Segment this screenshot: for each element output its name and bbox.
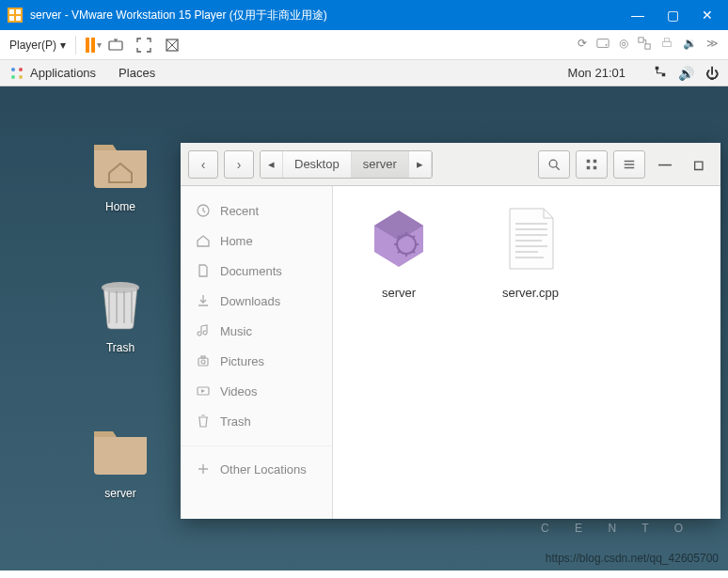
path-segment-current[interactable]: server (352, 151, 409, 178)
svg-point-24 (201, 360, 205, 364)
applications-menu[interactable]: Applications (30, 66, 96, 80)
svg-rect-23 (198, 358, 208, 366)
sidebar-label: Recent (220, 204, 259, 218)
sidebar-item-videos[interactable]: Videos (181, 376, 332, 406)
url-watermark: https://blog.csdn.net/qq_42605700 (546, 552, 719, 565)
disconnect-icon[interactable]: ⟳ (578, 37, 587, 53)
svg-rect-1 (109, 41, 122, 50)
file-server-cpp[interactable]: server.cpp (483, 205, 578, 300)
desktop-home-icon[interactable]: Home (83, 133, 158, 213)
sidebar-item-pictures[interactable]: Pictures (181, 346, 332, 376)
file-manager-window: ‹ › ◂ Desktop server ▸ — ◻ Recent Home D… (181, 143, 720, 519)
svg-rect-5 (639, 38, 643, 42)
file-server-executable[interactable]: server (352, 205, 446, 300)
sidebar-label: Videos (220, 384, 258, 398)
path-back-chevron[interactable]: ◂ (261, 151, 283, 178)
sidebar-label: Downloads (220, 294, 280, 308)
clock[interactable]: Mon 21:01 (568, 66, 625, 80)
separator (75, 36, 76, 55)
chevron-down-icon[interactable]: ▾ (97, 39, 102, 50)
svg-rect-3 (597, 39, 609, 48)
tools-icon[interactable]: ≫ (706, 37, 719, 53)
forward-button[interactable]: › (224, 150, 254, 179)
close-button[interactable]: ✕ (702, 8, 713, 23)
desktop-server-icon[interactable]: server (83, 420, 158, 500)
svg-rect-7 (663, 41, 672, 46)
file-label: server (352, 286, 446, 300)
sidebar-label: Documents (220, 264, 282, 278)
player-menu[interactable]: Player(P) ▾ (9, 39, 66, 52)
svg-rect-6 (645, 44, 650, 49)
printer-icon[interactable] (660, 37, 673, 53)
sidebar-label: Other Locations (220, 462, 307, 476)
network-icon[interactable] (638, 37, 651, 53)
desktop[interactable]: Home Trash server ‹ › ◂ Desktop server ▸… (0, 86, 728, 570)
minimize-button[interactable]: — (631, 8, 644, 23)
sidebar-item-documents[interactable]: Documents (181, 256, 332, 286)
desktop-trash-icon[interactable]: Trash (83, 274, 158, 354)
fullscreen-icon[interactable] (135, 37, 152, 54)
cd-icon[interactable]: ◎ (619, 37, 628, 53)
path-segment-desktop[interactable]: Desktop (283, 151, 352, 178)
sidebar-item-other-locations[interactable]: Other Locations (181, 445, 332, 484)
file-manager-sidebar: Recent Home Documents Downloads Music Pi… (181, 186, 333, 519)
svg-point-9 (11, 68, 15, 71)
path-forward-chevron[interactable]: ▸ (409, 151, 432, 178)
chevron-down-icon: ▾ (60, 39, 66, 52)
sidebar-item-music[interactable]: Music (181, 316, 332, 346)
svg-point-11 (11, 75, 15, 79)
gnome-taskbar: Applications Places Mon 21:01 🔊 ⏻ (0, 60, 728, 86)
fm-maximize-button[interactable]: ◻ (685, 150, 713, 179)
fm-minimize-button[interactable]: — (651, 150, 679, 179)
hard-disk-icon[interactable] (596, 37, 609, 53)
back-button[interactable]: ‹ (188, 150, 218, 179)
unity-icon[interactable] (164, 37, 181, 54)
window-title: server - VMware Workstation 15 Player (仅… (30, 8, 631, 23)
file-label: server.cpp (483, 286, 578, 300)
svg-rect-13 (656, 67, 659, 70)
path-bar: ◂ Desktop server ▸ (260, 150, 433, 179)
sidebar-item-recent[interactable]: Recent (181, 195, 332, 226)
send-ctrl-alt-del-icon[interactable] (107, 37, 124, 54)
desktop-icon-label: server (83, 487, 158, 500)
sidebar-item-trash[interactable]: Trash (181, 406, 332, 436)
volume-icon[interactable]: 🔊 (678, 66, 694, 81)
svg-rect-19 (593, 159, 597, 163)
network-status-icon[interactable] (654, 65, 667, 81)
pause-button[interactable] (86, 38, 95, 53)
svg-rect-21 (593, 165, 597, 169)
vmware-logo-icon (8, 8, 23, 23)
centos-watermark: C E N T O (541, 522, 694, 535)
svg-rect-18 (587, 159, 591, 163)
list-view-button[interactable] (613, 150, 645, 179)
svg-point-10 (19, 68, 23, 71)
search-button[interactable] (538, 150, 570, 179)
svg-point-17 (549, 160, 557, 167)
sidebar-label: Pictures (220, 354, 264, 368)
svg-point-4 (606, 44, 608, 46)
vmware-toolbar: Player(P) ▾ ▾ ⟳ ◎ 🔉 ≫ (0, 30, 728, 60)
sidebar-item-downloads[interactable]: Downloads (181, 286, 332, 316)
player-menu-label: Player(P) (9, 39, 56, 52)
svg-rect-14 (662, 73, 666, 77)
desktop-icon-label: Home (83, 200, 158, 213)
activities-icon (9, 66, 24, 81)
svg-point-16 (102, 282, 139, 293)
desktop-icon-label: Trash (83, 341, 158, 354)
vmware-titlebar: server - VMware Workstation 15 Player (仅… (0, 0, 728, 30)
device-icons: ⟳ ◎ 🔉 ≫ (578, 37, 719, 53)
places-menu[interactable]: Places (119, 66, 155, 80)
svg-point-12 (19, 75, 23, 79)
sidebar-item-home[interactable]: Home (181, 226, 332, 256)
svg-rect-25 (201, 356, 205, 358)
maximize-button[interactable]: ▢ (667, 8, 679, 23)
sound-icon[interactable]: 🔉 (683, 37, 697, 53)
sidebar-label: Music (220, 324, 252, 338)
file-manager-headerbar: ‹ › ◂ Desktop server ▸ — ◻ (181, 143, 720, 186)
sidebar-label: Trash (220, 414, 251, 429)
svg-rect-20 (587, 165, 591, 169)
svg-rect-8 (664, 39, 669, 42)
power-icon[interactable]: ⏻ (705, 66, 719, 81)
file-manager-content[interactable]: server server.cpp (333, 186, 720, 519)
icon-view-button[interactable] (576, 150, 608, 179)
